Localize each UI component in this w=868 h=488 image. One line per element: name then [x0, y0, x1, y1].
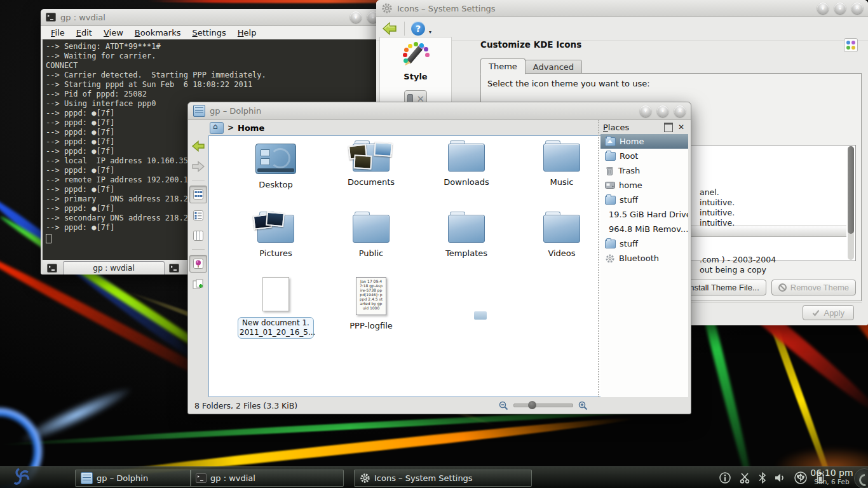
folder-icon [448, 144, 485, 172]
forward-button[interactable] [190, 158, 207, 175]
minimize-button[interactable] [640, 105, 651, 117]
zoom-slider[interactable] [513, 403, 573, 407]
launcher-icon[interactable] [5, 467, 36, 488]
zoom-out-icon[interactable] [499, 401, 508, 410]
icon-preview-widget [844, 38, 858, 52]
volume-icon[interactable] [774, 472, 787, 484]
home-crumb-icon[interactable] [210, 122, 224, 134]
sidebar-item-style[interactable]: Style [380, 43, 451, 81]
folder-view[interactable]: Desktop Documents Downloads Music [208, 135, 602, 397]
help-button[interactable]: ? [411, 22, 425, 36]
folder-icon [605, 196, 616, 205]
back-button[interactable] [381, 21, 398, 36]
place-home[interactable]: Home [600, 134, 688, 149]
drag-ghost-icon [474, 311, 487, 320]
close-button[interactable] [851, 3, 863, 14]
documents-folder-icon [353, 144, 390, 172]
konsole-titlebar[interactable]: gp : wvdial [41, 9, 384, 26]
scrollbar-thumb[interactable] [848, 146, 854, 234]
maximize-button[interactable] [834, 3, 846, 14]
konsole-tab[interactable]: gp : wvdial [63, 261, 165, 274]
minimize-button[interactable] [350, 11, 362, 23]
place-home-partition[interactable]: home [600, 178, 688, 193]
file-item-new-document[interactable]: New document 1. 2011_01_20_16_5... [238, 277, 314, 339]
menu-file[interactable]: File [46, 27, 70, 38]
dolphin-app-icon [193, 105, 205, 117]
dolphin-titlebar[interactable]: gp – Dolphin [188, 102, 691, 120]
icons-view-button[interactable] [189, 186, 207, 203]
file-item-ppp-logfile[interactable]: Jan 17 09:4 7:18 gp-Asp ire-5738 pp pd[1… [333, 277, 409, 330]
device-notifier-usb-icon[interactable] [794, 471, 808, 485]
place-root[interactable]: Root [600, 149, 688, 163]
folder-item-pictures[interactable]: Pictures [238, 215, 314, 258]
blank-document-icon [262, 277, 289, 311]
breadcrumb-home[interactable]: Home [238, 123, 264, 133]
menu-bookmarks[interactable]: Bookmarks [130, 27, 186, 38]
folder-item-videos[interactable]: Videos [524, 215, 600, 258]
task-dolphin[interactable]: gp – Dolphin [75, 470, 191, 487]
klipper-scissors-icon[interactable] [738, 471, 751, 484]
remove-theme-button[interactable]: Remove Theme [771, 280, 856, 295]
tab-list-button[interactable] [167, 262, 181, 274]
dolphin-icon [81, 472, 93, 484]
folder-icon [543, 144, 580, 172]
preview-toggle-button[interactable] [189, 255, 207, 273]
dolphin-statusbar: 8 Folders, 2 Files (3.3 KiB) [189, 398, 688, 412]
check-icon [812, 309, 820, 316]
gear-icon [381, 3, 393, 14]
menu-edit[interactable]: Edit [71, 27, 97, 38]
place-removable-drive[interactable]: 964.8 MiB Remov... [600, 222, 688, 236]
places-header: Places [603, 123, 629, 132]
folder-icon [448, 215, 485, 243]
back-button[interactable] [190, 138, 207, 154]
terminal-cursor [46, 234, 51, 243]
zoom-in-icon[interactable] [578, 401, 588, 410]
folder-item-downloads[interactable]: Downloads [428, 144, 505, 187]
place-trash[interactable]: Trash [600, 163, 688, 178]
close-panel-icon[interactable]: ✕ [678, 123, 684, 132]
zoom-slider-handle[interactable] [528, 401, 536, 409]
panel-cashew-icon[interactable] [854, 468, 868, 488]
info-icon[interactable] [719, 471, 731, 484]
folder-item-templates[interactable]: Templates [428, 215, 505, 258]
split-view-button[interactable] [190, 276, 207, 293]
float-panel-icon[interactable] [664, 123, 673, 132]
columns-view-button[interactable] [190, 227, 207, 244]
menu-help[interactable]: Help [233, 27, 262, 38]
settings-titlebar[interactable]: Icons – System Settings [376, 0, 868, 17]
status-text: 8 Folders, 2 Files (3.3 KiB) [194, 401, 297, 410]
tab-advanced[interactable]: Advanced [525, 60, 582, 74]
minimize-button[interactable] [817, 3, 829, 14]
breadcrumb-separator: > [227, 123, 234, 132]
task-konsole[interactable]: gp : wvdial [190, 470, 344, 487]
close-button[interactable] [674, 105, 686, 117]
menu-settings[interactable]: Settings [187, 27, 231, 38]
style-icon [402, 43, 430, 71]
folder-item-documents[interactable]: Documents [333, 144, 409, 187]
bluetooth-icon[interactable] [758, 471, 767, 484]
dolphin-title: gp – Dolphin [210, 106, 261, 116]
tab-theme[interactable]: Theme [480, 58, 526, 74]
details-view-button[interactable] [190, 207, 207, 224]
sidebar-item-label: Style [380, 72, 451, 81]
settings-title: Icons – System Settings [397, 4, 496, 13]
hard-drive-icon [605, 181, 615, 189]
place-stuff-1[interactable]: stuff [600, 193, 688, 207]
digital-clock[interactable]: 06:10 pm Sun, 6 Feb [807, 468, 857, 486]
apply-button[interactable]: Apply [803, 305, 854, 320]
folder-item-public[interactable]: Public [333, 215, 409, 258]
folder-item-music[interactable]: Music [524, 144, 600, 187]
new-tab-button[interactable] [45, 262, 59, 274]
konsole-app-icon [46, 13, 56, 22]
place-stuff-2[interactable]: stuff [600, 236, 688, 251]
place-bluetooth[interactable]: Bluetooth [600, 251, 688, 266]
task-system-settings[interactable]: Icons – System Settings [354, 470, 532, 487]
menu-view[interactable]: View [98, 27, 128, 38]
maximize-button[interactable] [657, 105, 668, 117]
chevron-down-icon[interactable]: ▾ [429, 29, 431, 35]
dolphin-toolbar [189, 135, 207, 397]
place-hard-drive[interactable]: 19.5 GiB Hard Drive [600, 207, 688, 222]
folder-item-desktop[interactable]: Desktop [238, 144, 314, 189]
folder-icon [543, 215, 580, 243]
scrollbar[interactable] [848, 146, 854, 260]
